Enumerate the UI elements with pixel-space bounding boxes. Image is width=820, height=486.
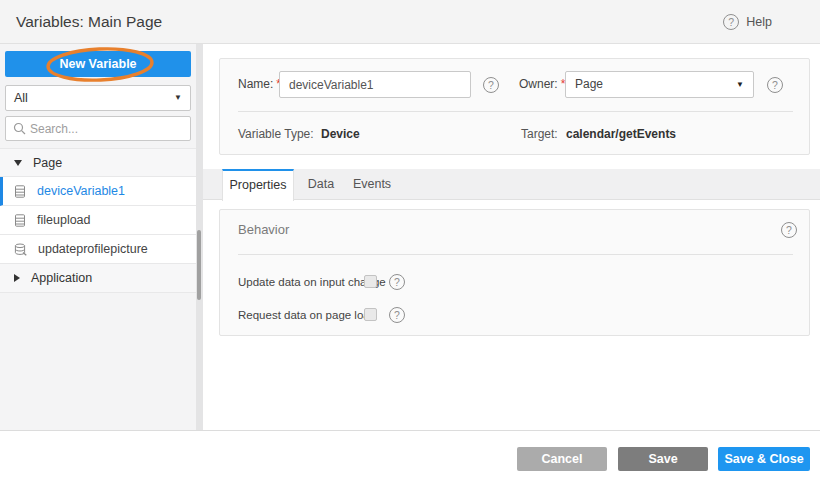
caret-down-icon	[14, 160, 22, 166]
search-box	[5, 116, 191, 141]
save-button[interactable]: Save	[618, 447, 708, 471]
name-help-icon[interactable]: ?	[483, 77, 499, 93]
update-on-input-change-checkbox[interactable]	[364, 275, 377, 288]
help-link[interactable]: ? Help	[723, 0, 772, 43]
device-variable-icon	[14, 214, 26, 227]
new-variable-button[interactable]: New Variable	[5, 51, 191, 77]
update-on-input-change-help-icon[interactable]: ?	[389, 274, 405, 290]
save-and-close-button[interactable]: Save & Close	[718, 447, 810, 471]
owner-help-icon[interactable]: ?	[767, 77, 783, 93]
variables-dialog: Variables: Main Page ? Help New Variable…	[0, 0, 820, 486]
tree-item-updateprofilepicture[interactable]: updateprofilepicture	[0, 235, 196, 264]
variable-type-value: Device	[321, 127, 360, 142]
owner-select[interactable]: Page ▼	[565, 71, 754, 98]
name-input[interactable]	[279, 71, 471, 98]
dialog-header: Variables: Main Page ? Help	[0, 0, 820, 44]
form-divider	[238, 111, 793, 112]
name-label: Name:*	[238, 71, 281, 98]
tab-data[interactable]: Data	[298, 169, 344, 200]
tree-item-fileupload[interactable]: fileupload	[0, 206, 196, 235]
tree-group-label: Application	[31, 271, 92, 285]
behavior-divider	[238, 254, 793, 255]
behavior-section-title: Behavior	[238, 222, 289, 237]
cancel-button[interactable]: Cancel	[517, 447, 607, 471]
page-title: Variables: Main Page	[16, 0, 162, 43]
variable-type-label: Variable Type:	[238, 127, 314, 142]
caret-right-icon	[14, 274, 20, 282]
variables-sidebar: New Variable All ▼ Page	[0, 44, 196, 430]
sidebar-scrollbar-track	[196, 44, 203, 430]
target-label: Target:	[521, 127, 558, 142]
variable-filter-select[interactable]: All ▼	[5, 85, 191, 111]
tree-item-label: deviceVariable1	[37, 184, 125, 198]
tree-item-label: fileupload	[37, 213, 91, 227]
tree-group-application[interactable]: Application	[0, 264, 196, 293]
search-icon	[13, 122, 26, 135]
variable-detail-pane: Name:* ? Owner:* Page ▼ ? Variable Type:…	[203, 44, 820, 430]
owner-selected-value: Page	[575, 77, 603, 91]
chevron-down-icon: ▼	[174, 86, 182, 110]
device-variable-icon	[14, 185, 26, 198]
sidebar-scrollbar-thumb[interactable]	[197, 230, 201, 300]
behavior-section: Behavior ? Update data on input change ?…	[219, 209, 810, 336]
tree-item-label: updateprofilepicture	[38, 242, 148, 256]
search-input[interactable]	[30, 118, 188, 139]
request-on-page-load-help-icon[interactable]: ?	[389, 307, 405, 323]
filter-selected-value: All	[14, 91, 28, 105]
tree-group-label: Page	[33, 156, 62, 170]
behavior-help-icon[interactable]: ?	[781, 222, 797, 238]
chevron-down-icon: ▼	[736, 72, 744, 97]
variable-summary-panel: Name:* ? Owner:* Page ▼ ? Variable Type:…	[219, 58, 810, 155]
detail-tabbar: Properties Data Events	[203, 169, 820, 200]
service-variable-icon	[14, 243, 27, 256]
tree-item-devicevariable1[interactable]: deviceVariable1	[0, 177, 196, 206]
variables-tree: Page deviceVariable1	[0, 148, 196, 293]
request-on-page-load-checkbox[interactable]	[364, 308, 377, 321]
help-label: Help	[746, 15, 772, 29]
target-value: calendar/getEvents	[566, 127, 676, 142]
help-icon: ?	[723, 14, 739, 30]
owner-label: Owner:*	[519, 71, 565, 98]
tab-events[interactable]: Events	[346, 169, 398, 200]
tree-group-page[interactable]: Page	[0, 148, 196, 177]
request-on-page-load-label: Request data on page load	[238, 308, 376, 322]
tab-properties[interactable]: Properties	[222, 169, 294, 201]
dialog-footer: Cancel Save Save & Close	[0, 431, 820, 486]
